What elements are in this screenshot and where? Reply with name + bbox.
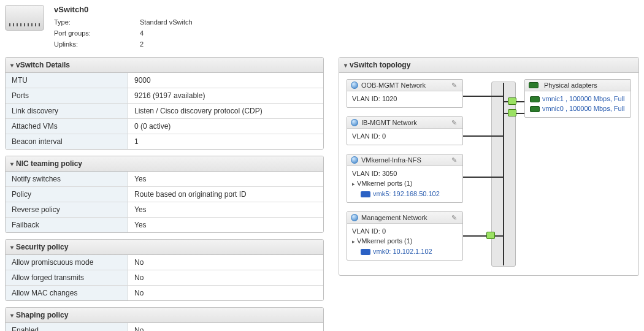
portgroup-icon — [351, 156, 358, 164]
pa-title: Physical adapters — [544, 82, 597, 89]
connector-node-icon — [508, 109, 516, 116]
panel-header-teaming[interactable]: NIC teaming policy — [6, 156, 323, 172]
nic-icon — [529, 82, 539, 88]
panel-nic-teaming: NIC teaming policy Notify switchesYes Po… — [5, 156, 324, 233]
kv-key: Policy — [6, 187, 128, 202]
table-row: Ports9216 (9197 available) — [6, 88, 323, 104]
caret-icon — [344, 61, 347, 69]
type-label: Type: — [54, 17, 140, 28]
uplinks-label: Uplinks: — [54, 39, 140, 50]
panel-header-security[interactable]: Security policy — [6, 240, 323, 255]
expand-icon[interactable] — [352, 180, 357, 187]
panel-shaping: Shaping policy EnabledNo — [5, 307, 324, 331]
vmkernel-port-icon — [361, 249, 370, 255]
vmk-port-link[interactable]: vmk0: 10.102.1.102 — [373, 248, 432, 255]
kv-key: Attached VMs — [6, 119, 128, 134]
kv-val: 9000 — [128, 73, 323, 88]
kv-key: Link discovery — [6, 104, 128, 118]
portgroup-icon — [351, 82, 358, 89]
edit-icon[interactable] — [451, 82, 459, 89]
edit-icon[interactable] — [451, 156, 459, 164]
kv-val: 9216 (9197 available) — [128, 88, 323, 103]
kv-key: Enabled — [6, 323, 128, 331]
kv-key: Notify switches — [6, 172, 128, 186]
caret-icon — [10, 243, 13, 251]
panel-title-shaping: Shaping policy — [16, 311, 68, 319]
adapter-link-vmnic1[interactable]: vmnic1 , 100000 Mbps, Full — [542, 95, 625, 102]
panel-title-security: Security policy — [16, 243, 68, 251]
kv-key: MTU — [6, 73, 128, 88]
pg-vlan: VLAN ID: 1020 — [352, 95, 397, 102]
edit-icon[interactable] — [451, 119, 459, 126]
caret-icon — [10, 311, 13, 319]
portgroups-value: 4 — [140, 28, 144, 39]
pg-name: OOB-MGMT Network — [361, 82, 426, 89]
panel-header-details[interactable]: vSwitch Details — [6, 58, 323, 73]
pg-name: VMkernel-Infra-NFS — [361, 156, 421, 164]
portgroups-label: Port groups: — [54, 28, 140, 39]
physical-adapters-card: Physical adapters vmnic1 , 100000 Mbps, … — [524, 79, 631, 118]
kv-val: 1 — [128, 134, 323, 149]
kv-val: Yes — [128, 202, 323, 217]
panel-topology: vSwitch topology OOB-MGMT Network VLAN I… — [339, 57, 639, 276]
panel-security: Security policy Allow promiscuous modeNo… — [5, 239, 324, 301]
table-row: FailbackYes — [6, 218, 323, 232]
kv-val: Yes — [128, 218, 323, 232]
table-row: EnabledNo — [6, 323, 323, 331]
pg-name: IB-MGMT Network — [361, 119, 417, 126]
vswitch-icon — [5, 5, 44, 31]
connector-node-icon — [486, 232, 495, 239]
nic-icon — [530, 96, 540, 102]
portgroup-icon — [351, 214, 358, 221]
table-row: MTU9000 — [6, 73, 323, 88]
kv-key: Allow promiscuous mode — [6, 255, 128, 270]
portgroup-ib-mgmt[interactable]: IB-MGMT Network VLAN ID: 0 — [347, 116, 463, 145]
panel-header-shaping[interactable]: Shaping policy — [6, 308, 323, 323]
edit-icon[interactable] — [451, 214, 459, 221]
table-row: Link discoveryListen / Cisco discovery p… — [6, 104, 323, 119]
table-row: PolicyRoute based on originating port ID — [6, 187, 323, 202]
kv-val: No — [128, 270, 323, 285]
pg-vlan: VLAN ID: 3050 — [352, 169, 458, 178]
portgroup-management[interactable]: Management Network VLAN ID: 0 VMkernel p… — [347, 211, 463, 261]
kv-val: No — [128, 323, 323, 331]
panel-header-topology[interactable]: vSwitch topology — [339, 58, 638, 73]
table-row: Allow promiscuous modeNo — [6, 255, 323, 270]
expand-icon[interactable] — [352, 237, 357, 245]
kv-val: No — [128, 255, 323, 270]
kv-val: No — [128, 286, 323, 300]
kv-key: Allow MAC changes — [6, 286, 128, 300]
table-row: Allow forged transmitsNo — [6, 270, 323, 286]
adapter-link-vmnic0[interactable]: vmnic0 , 100000 Mbps, Full — [542, 105, 625, 112]
pg-name: Management Network — [361, 214, 427, 221]
uplinks-value: 2 — [140, 39, 144, 50]
portgroup-oob-mgmt[interactable]: OOB-MGMT Network VLAN ID: 1020 — [347, 79, 463, 108]
pg-vlan: VLAN ID: 0 — [352, 226, 458, 236]
vmk-port-link[interactable]: vmk5: 192.168.50.102 — [373, 190, 440, 197]
caret-icon — [10, 159, 13, 168]
vmkernel-port-icon — [361, 191, 370, 197]
table-row: Allow MAC changesNo — [6, 286, 323, 300]
caret-icon — [10, 61, 13, 69]
connector-node-icon — [508, 97, 516, 105]
kv-key: Reverse policy — [6, 202, 128, 217]
kv-key: Beacon interval — [6, 134, 128, 149]
pg-vlan: VLAN ID: 0 — [352, 132, 386, 140]
summary-header: vSwitch0 Type: Standard vSwitch Port gro… — [5, 5, 639, 50]
kv-val: Listen / Cisco discovery protocol (CDP) — [128, 104, 323, 118]
nic-icon — [530, 106, 540, 112]
portgroup-icon — [351, 119, 358, 126]
type-value: Standard vSwitch — [140, 17, 193, 28]
kv-val: Route based on originating port ID — [128, 187, 323, 202]
topology-connectors — [463, 79, 524, 269]
pg-ports-label: VMkernel ports (1) — [357, 180, 412, 187]
kv-key: Failback — [6, 218, 128, 232]
kv-key: Allow forged transmits — [6, 270, 128, 285]
panel-title-details: vSwitch Details — [16, 61, 70, 69]
panel-title-topology: vSwitch topology — [350, 61, 410, 69]
portgroup-vmkernel-nfs[interactable]: VMkernel-Infra-NFS VLAN ID: 3050 VMkerne… — [347, 154, 463, 203]
panel-title-teaming: NIC teaming policy — [16, 159, 82, 168]
kv-val: Yes — [128, 172, 323, 186]
panel-vswitch-details: vSwitch Details MTU9000 Ports9216 (9197 … — [5, 57, 324, 150]
table-row: Beacon interval1 — [6, 134, 323, 149]
